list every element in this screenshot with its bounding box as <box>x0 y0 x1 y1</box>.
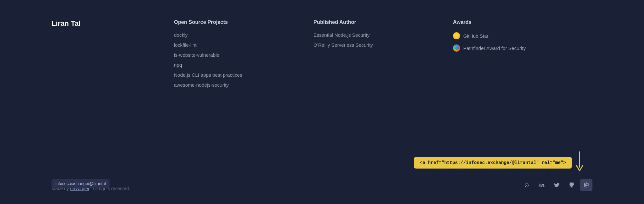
col-open-source-heading: Open Source Projects <box>174 19 301 25</box>
rss-button[interactable] <box>521 179 533 191</box>
link-nodejs-cli[interactable]: Node.js CLI apps best practices <box>174 72 242 78</box>
list-item: dockly <box>174 32 301 38</box>
social-icons <box>521 179 592 191</box>
col-awards-heading: Awards <box>453 19 580 25</box>
col-published-author-heading: Published Author <box>313 19 440 25</box>
github-button[interactable] <box>565 179 578 191</box>
list-item: lockfile-lint <box>174 42 301 48</box>
mastodon-button[interactable] <box>580 179 592 191</box>
award-github-star-label: GitHub Star <box>463 33 488 39</box>
github-icon <box>569 182 574 188</box>
list-item: is-website-vulnerable <box>174 52 301 58</box>
tooltip-text: infosec.exchange/@lirantal <box>55 181 106 186</box>
list-item: Essential Node.js Security <box>313 32 440 38</box>
svg-point-1 <box>525 187 526 187</box>
svg-rect-2 <box>540 184 541 187</box>
footer-top: Liran Tal Open Source Projects dockly lo… <box>52 19 592 134</box>
published-author-list: Essential Node.js Security O'Reilly Serv… <box>313 32 440 48</box>
brand-name: Liran Tal <box>52 19 174 28</box>
twitter-icon <box>554 182 560 188</box>
link-awesome-nodejs[interactable]: awesome-nodejs-security <box>174 82 229 88</box>
footer-columns: Open Source Projects dockly lockfile-lin… <box>174 19 592 134</box>
tooltip-badge: infosec.exchange/@lirantal <box>52 179 110 188</box>
twitter-button[interactable] <box>551 179 563 191</box>
highlighted-link-container: <a href="https://infosec.exchange/@liran… <box>414 150 592 176</box>
link-npq[interactable]: npq <box>174 62 182 68</box>
arrow-down <box>576 150 592 176</box>
github-star-icon: ✦ <box>453 32 460 39</box>
list-item: Node.js CLI apps best practices <box>174 72 301 78</box>
footer-brand: Liran Tal <box>52 19 174 134</box>
footer-bottom-right: <a href="https://infosec.exchange/@liran… <box>414 150 592 191</box>
list-item: npq <box>174 62 301 68</box>
link-oreilly-serverless[interactable]: O'Reilly Serverless Security <box>313 42 373 48</box>
linkedin-button[interactable] <box>536 179 548 191</box>
col-awards: Awards ✦ GitHub Star 🔷 Pathfinder Award … <box>453 19 592 134</box>
list-item: O'Reilly Serverless Security <box>313 42 440 48</box>
pathfinder-icon: 🔷 <box>453 44 460 52</box>
link-is-website-vulnerable[interactable]: is-website-vulnerable <box>174 52 219 58</box>
link-lockfile-lint[interactable]: lockfile-lint <box>174 42 197 48</box>
col-open-source: Open Source Projects dockly lockfile-lin… <box>174 19 313 134</box>
footer-bottom: © 2022 Liran Tal Made by onWidget · All … <box>52 140 592 191</box>
rss-icon <box>524 182 530 188</box>
col-published-author: Published Author Essential Node.js Secur… <box>313 19 453 134</box>
svg-point-3 <box>540 183 541 184</box>
mastodon-icon <box>583 182 589 188</box>
award-pathfinder: 🔷 Pathfinder Award for Security <box>453 44 580 52</box>
award-github-star: ✦ GitHub Star <box>453 32 580 39</box>
link-essential-nodejs[interactable]: Essential Node.js Security <box>313 32 370 38</box>
link-dockly[interactable]: dockly <box>174 32 188 38</box>
highlighted-code: <a href="https://infosec.exchange/@liran… <box>414 157 572 169</box>
list-item: awesome-nodejs-security <box>174 82 301 88</box>
footer: Liran Tal Open Source Projects dockly lo… <box>0 0 644 204</box>
linkedin-icon <box>539 182 545 188</box>
open-source-list: dockly lockfile-lint is-website-vulnerab… <box>174 32 301 88</box>
arrow-down-icon <box>576 150 592 176</box>
award-pathfinder-label: Pathfinder Award for Security <box>463 45 526 51</box>
